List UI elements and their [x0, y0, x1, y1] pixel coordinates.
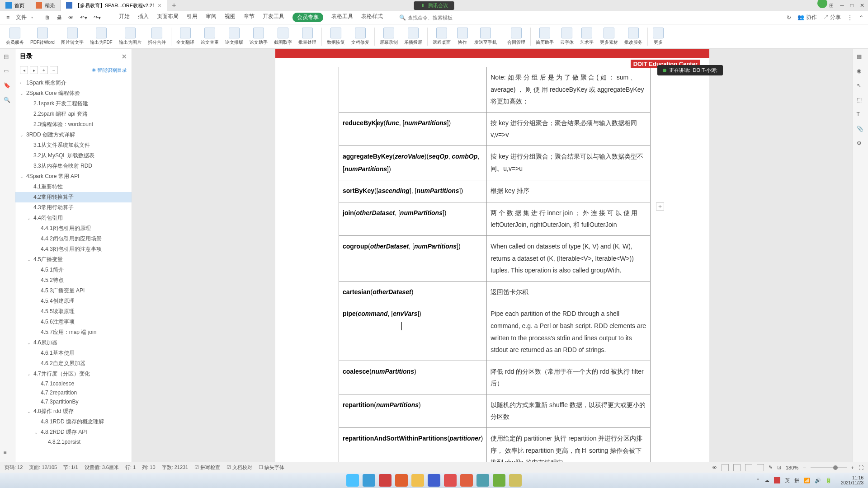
desc-cell[interactable]: 使用给定的 partitioner 执行 repartition 并进行分区内排… — [487, 428, 651, 462]
doc-area[interactable]: DOIT Education Center 正在讲话: DOIT-小涛; Not… — [132, 49, 853, 462]
ribbon-button[interactable]: 文档修复 — [348, 28, 373, 46]
sb-pages[interactable]: 页面: 12/105 — [29, 464, 57, 471]
app-note-icon[interactable] — [509, 474, 522, 487]
outline-item[interactable]: ⌄3RDD 创建方式详解 — [15, 130, 132, 140]
chevron-icon[interactable]: ⌄ — [20, 133, 24, 137]
ribbon-button[interactable]: 更多素材 — [597, 28, 621, 46]
desc-cell[interactable]: 降低 rdd 的分区数（常用于在一个大的 rdd 被执行 filter 后） — [487, 361, 651, 394]
desc-cell[interactable]: 两 个 数 据 集 进 行 inner join ； 外 连 接 可 以 使 用… — [487, 202, 651, 235]
desc-cell[interactable]: When called on datasets of type (K, V) a… — [487, 235, 651, 281]
outline-item[interactable]: ›1Spark 概念简介 — [15, 78, 132, 88]
ribbon-button[interactable]: 会员服务 — [3, 28, 27, 46]
zoom-in-icon[interactable]: + — [851, 465, 854, 470]
chevron-icon[interactable]: › — [20, 81, 24, 85]
expand-all-icon[interactable]: ▸ — [30, 66, 38, 74]
table-row[interactable]: cogroup(otherDataset, [numPartitions])Wh… — [339, 235, 651, 281]
api-cell[interactable]: repartition(numPartitions) — [339, 394, 487, 427]
chevron-icon[interactable]: ⌄ — [34, 430, 39, 435]
preview-icon[interactable]: 👁 — [66, 14, 75, 22]
outline-item[interactable]: 4.7.2repartition — [15, 388, 132, 397]
menu-tab[interactable]: 插入 — [138, 13, 149, 22]
clip-icon[interactable]: 📎 — [857, 126, 865, 134]
ribbon-button[interactable]: 艺术字 — [577, 28, 597, 46]
sb-missing[interactable]: ☐ 缺失字体 — [259, 464, 284, 471]
list-icon[interactable]: ≡ — [4, 449, 12, 457]
outline-item[interactable]: 4.2常用转换算子 — [15, 192, 132, 202]
zoom-value[interactable]: 180% — [786, 465, 798, 470]
ribbon-button[interactable]: 乐播投屏 — [401, 28, 425, 46]
close-icon[interactable]: ✕ — [860, 2, 864, 9]
zoom-fit-icon[interactable]: ⊡ — [777, 465, 781, 470]
outline-item[interactable]: 4.7.1coalesce — [15, 379, 132, 388]
redo-icon[interactable]: ↷▾ — [92, 14, 103, 22]
desc-cell[interactable]: 返回笛卡尔积 — [487, 281, 651, 303]
ribbon-button[interactable]: 图片转文字 — [58, 28, 87, 46]
sb-proof[interactable]: ☑ 文档校对 — [226, 464, 252, 471]
print-icon[interactable]: 🖶 — [55, 14, 64, 22]
coop-button[interactable]: 👥 协作 — [797, 14, 816, 21]
wifi-icon[interactable]: 📶 — [804, 478, 810, 483]
ribbon-button[interactable]: 合同管理 — [504, 28, 528, 46]
desc-cell[interactable]: 按 key 进行分组聚合；聚合结果必须与输入数据相同 v,v=>v — [487, 112, 651, 145]
share-button[interactable]: ↗ 分享 — [823, 14, 841, 21]
ribbon-button[interactable]: 输出为图片 — [116, 28, 145, 46]
doc-tab[interactable]: 稻壳 — [30, 0, 61, 11]
outline-item[interactable]: 4.5.1简介 — [15, 265, 132, 275]
new-tab-button[interactable]: + — [167, 1, 180, 9]
table-row[interactable]: pipe(command, [envVars])Pipe each partit… — [339, 303, 651, 361]
collapse-all-icon[interactable]: ◂ — [20, 66, 28, 74]
outline-item[interactable]: ⌄2Spark Core 编程体验 — [15, 88, 132, 99]
tools-icon[interactable]: ▦ — [857, 53, 865, 61]
cloud-sync-icon[interactable]: ↻ — [787, 14, 791, 21]
menu-tab[interactable]: 表格样式 — [361, 13, 383, 22]
settings-icon[interactable]: ⚙ — [857, 140, 865, 148]
desc-cell[interactable]: 根据 key 排序 — [487, 180, 651, 202]
outline-item[interactable]: 3.1从文件系统加载文件 — [15, 140, 132, 150]
api-cell[interactable]: aggregateByKey(zeroValue)(seqOp, combOp,… — [339, 145, 487, 180]
edge-icon[interactable] — [363, 474, 375, 487]
zoom-slider[interactable] — [811, 467, 847, 468]
outline-item[interactable]: 4.5.3广播变量 API — [15, 286, 132, 296]
api-cell[interactable]: sortByKey([ascending], [numPartitions]) — [339, 180, 487, 202]
eye-icon[interactable]: 👁 — [712, 465, 717, 470]
ribbon-button[interactable]: 论文助手 — [246, 28, 271, 46]
close-panel-icon[interactable]: ✕ — [122, 53, 127, 60]
find-icon[interactable]: 🔍 — [4, 97, 12, 105]
ribbon-button[interactable]: 云字体 — [557, 28, 577, 46]
api-cell[interactable]: cartesian(otherDataset) — [339, 281, 487, 303]
outline-item[interactable]: 4.5.5读取原理 — [15, 306, 132, 317]
ribbon-button[interactable]: 批量处理 — [295, 28, 320, 46]
remove-icon[interactable]: − — [50, 66, 58, 74]
table-row[interactable]: coalesce(numPartitions)降低 rdd 的分区数（常用于在一… — [339, 361, 651, 394]
menu-tab[interactable]: 表格工具 — [331, 13, 353, 22]
table-row[interactable]: join(otherDataset, [numPartitions])两 个 数… — [339, 202, 651, 235]
menu-tab[interactable]: 会员专享 — [292, 13, 323, 22]
outline-item[interactable]: 4.8.1RDD 缓存的概念理解 — [15, 417, 132, 427]
api-cell[interactable]: reduceByKey(func, [numPartitions]) — [339, 112, 487, 145]
smart-outline-button[interactable]: ❋ 智能识别目录 — [92, 67, 127, 74]
outline-item[interactable]: ⌄4.4闭包引用 — [15, 213, 132, 223]
style-icon[interactable]: ◉ — [857, 68, 865, 76]
undo-icon[interactable]: ↶▾ — [78, 14, 89, 22]
menu-tab[interactable]: 开发工具 — [263, 13, 284, 22]
view-page-icon[interactable] — [722, 464, 729, 471]
page-icon[interactable]: ▭ — [4, 68, 12, 76]
doc-tab[interactable]: 【多易教育】SPAR...ORE教程v2.21× — [61, 0, 167, 11]
doc-tab[interactable]: 首页 — [0, 0, 30, 11]
desc-cell[interactable]: 按 key 进行分组聚合；聚合结果可以与输入数据类型不同。u,v=>u — [487, 145, 651, 180]
desc-cell[interactable]: 以随机的方式来重新 shuffle 数据，以获得更大或更小的分区数 — [487, 394, 651, 427]
hamburger-icon[interactable]: ≡ — [5, 14, 11, 22]
outline-item[interactable]: 2.3编程体验：wordcount — [15, 119, 132, 130]
file-menu[interactable]: 文件 — [14, 13, 28, 22]
table-row[interactable]: cartesian(otherDataset)返回笛卡尔积 — [339, 281, 651, 303]
ribbon-button[interactable]: 论文排版 — [222, 28, 246, 46]
ribbon-button[interactable]: 更多 — [650, 28, 667, 46]
sb-spell[interactable]: ☑ 拼写检查 — [194, 464, 220, 471]
outline-item[interactable]: 3.2从 MySQL 加载数据表 — [15, 150, 132, 161]
edit-mode-icon[interactable]: ✎ — [769, 465, 773, 470]
outline-item[interactable]: 4.5.2特点 — [15, 275, 132, 286]
outline-item[interactable]: 4.4.1闭包引用的原理 — [15, 223, 132, 234]
outline-item[interactable]: 4.3常用行动算子 — [15, 202, 132, 213]
outline-item[interactable]: 2.2spark 编程 api 套路 — [15, 109, 132, 119]
search-input[interactable] — [408, 15, 453, 20]
